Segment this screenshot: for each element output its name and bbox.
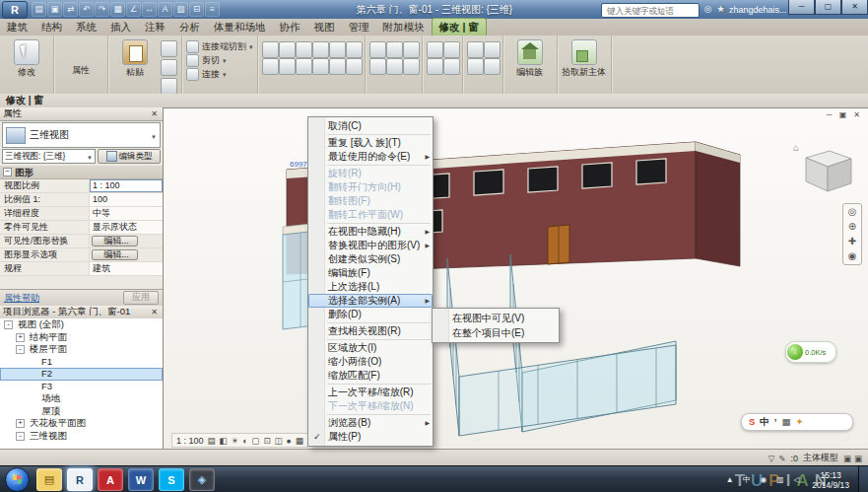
- walkthrough-icon[interactable]: [403, 58, 420, 75]
- show-desktop-button[interactable]: [858, 466, 868, 492]
- drawing-area[interactable]: 6997.5 ─▣✕ ⌂ ◎⊕✚◉ 1 : 100 ▤◧☀◐▢⊡◫●▦: [164, 107, 868, 450]
- word-icon[interactable]: W: [128, 468, 154, 491]
- move-icon[interactable]: [312, 41, 329, 58]
- properties-help-link[interactable]: 属性帮助: [4, 292, 39, 305]
- zoom-icon[interactable]: ⊕: [848, 221, 856, 233]
- hidden-line-icon[interactable]: [386, 41, 403, 58]
- ribbon-tab[interactable]: 附加模块: [376, 19, 432, 35]
- menu-edit-family[interactable]: 编辑族(F): [308, 266, 433, 280]
- menu-zoom-in-region[interactable]: 区域放大(I): [308, 341, 433, 355]
- thin-lines-icon[interactable]: ≡: [205, 2, 220, 17]
- tree-views-root[interactable]: 视图 (全部): [0, 318, 163, 331]
- print-icon[interactable]: ▦: [110, 2, 125, 17]
- delete-icon[interactable]: [346, 58, 363, 75]
- explorer-folder-icon[interactable]: ▤: [36, 468, 62, 491]
- dimension-tool-icon[interactable]: [443, 41, 460, 58]
- geometry-tool[interactable]: 连接端切割: [186, 40, 253, 53]
- pin-icon[interactable]: [329, 58, 346, 75]
- scale-icon[interactable]: [312, 58, 329, 75]
- apply-button[interactable]: 应用: [123, 291, 159, 305]
- instance-selector[interactable]: 三维视图: {三维}: [2, 149, 96, 164]
- menu-repeat-load-family[interactable]: 重复 [载入 族](T): [308, 136, 433, 150]
- geometry-tool[interactable]: 连接: [186, 68, 253, 81]
- ime-toolbox-icon[interactable]: ✦: [795, 414, 803, 430]
- property-value[interactable]: 编辑...: [92, 249, 138, 260]
- trim-icon[interactable]: [262, 58, 279, 75]
- view-close-icon[interactable]: ✕: [851, 110, 862, 119]
- redo-icon[interactable]: ↷: [95, 2, 109, 17]
- menu-override-graphics[interactable]: 替换视图中的图形(V): [308, 239, 433, 252]
- tree-site[interactable]: 场地: [0, 392, 163, 405]
- undo-icon[interactable]: ↶: [79, 2, 94, 17]
- property-value[interactable]: 100: [90, 193, 163, 206]
- text-icon[interactable]: A: [158, 2, 172, 17]
- ribbon-tab[interactable]: 注释: [138, 19, 172, 35]
- ribbon-tab[interactable]: 建筑: [0, 19, 34, 35]
- skype-icon[interactable]: S: [159, 468, 184, 491]
- menu-flip-hand[interactable]: 翻转开门方向(H): [308, 180, 433, 194]
- ribbon-tab[interactable]: 结构: [34, 19, 69, 35]
- measure-icon[interactable]: ∠: [126, 2, 141, 17]
- menu-delete[interactable]: 删除(D): [308, 308, 433, 321]
- design-options-icon[interactable]: ▣: [854, 454, 862, 463]
- home-icon[interactable]: ⌂: [793, 142, 799, 153]
- properties-button[interactable]: 属性: [58, 37, 103, 77]
- render-icon[interactable]: [403, 41, 420, 58]
- menu-recent-commands[interactable]: 最近使用的命令(E): [308, 150, 433, 164]
- submenu-in-entire-project[interactable]: 在整个项目中(E): [433, 325, 559, 340]
- tree-3d-views[interactable]: 三维视图: [0, 430, 163, 443]
- ribbon-tab[interactable]: 系统: [69, 19, 103, 35]
- filter-icon[interactable]: ▽: [768, 454, 775, 463]
- cut-icon[interactable]: [161, 40, 177, 57]
- reveal-hidden-icon[interactable]: ●: [287, 436, 292, 446]
- create-group-icon[interactable]: [467, 41, 484, 58]
- property-value[interactable]: 建筑: [90, 262, 163, 275]
- rotate-icon[interactable]: [346, 41, 363, 58]
- taskbar-clock[interactable]: 15:13 2014/9/13: [812, 470, 849, 490]
- menu-flip-workplane[interactable]: 翻转工作平面(W): [308, 208, 433, 222]
- shadows-icon[interactable]: ◐: [242, 436, 247, 446]
- tree-ceiling-plans[interactable]: 天花板平面图: [0, 417, 163, 430]
- tray-expand-icon[interactable]: ▲: [723, 473, 736, 486]
- property-value[interactable]: 显示原状态: [90, 221, 163, 234]
- ribbon-tab[interactable]: 协作: [273, 19, 307, 35]
- search-scope-icon[interactable]: ◎: [701, 2, 714, 17]
- edit-family-button[interactable]: 编辑族: [507, 37, 553, 79]
- ribbon-tab[interactable]: 体量和场地: [207, 19, 273, 35]
- menu-create-similar[interactable]: 创建类似实例(S): [308, 252, 433, 266]
- menu-previous-pan-zoom[interactable]: 上一次平移/缩放(R): [308, 386, 433, 399]
- info-center-search[interactable]: [601, 3, 700, 18]
- tree-floor-plans[interactable]: 楼层平面: [0, 343, 163, 356]
- volume-icon[interactable]: ◁: [790, 473, 803, 486]
- close-button[interactable]: ✕: [841, 0, 868, 15]
- property-value[interactable]: 1 : 100: [90, 179, 163, 192]
- camera-icon[interactable]: [386, 58, 403, 75]
- view-minimize-icon[interactable]: ─: [824, 110, 835, 119]
- show-crop-icon[interactable]: ⊡: [263, 436, 270, 446]
- split-icon[interactable]: [279, 58, 296, 75]
- user-account-menu[interactable]: zhangdehais...: [727, 5, 789, 15]
- viewcube-widget[interactable]: ⌂: [793, 136, 856, 193]
- temporary-hide-icon[interactable]: ◫: [275, 436, 283, 446]
- tree-structural-plans[interactable]: 结构平面: [0, 331, 163, 344]
- menu-find-related-views[interactable]: 查找相关视图(R): [308, 324, 433, 338]
- steering-wheel-icon[interactable]: ◎: [848, 206, 857, 218]
- ribbon-tab[interactable]: 视图: [307, 19, 342, 35]
- menu-select-all-instances[interactable]: 选择全部实例(A): [308, 294, 433, 308]
- analysis-display-icon[interactable]: ▦: [296, 436, 303, 446]
- ime-tray-icon[interactable]: 中: [740, 473, 753, 486]
- match-type-icon[interactable]: [161, 78, 177, 95]
- property-value[interactable]: 中等: [90, 207, 163, 220]
- orbit-icon[interactable]: ◉: [848, 250, 857, 262]
- copy-tool-icon[interactable]: [329, 41, 346, 58]
- paste-button[interactable]: 粘贴: [112, 37, 158, 79]
- menu-rotate[interactable]: 旋转(R): [308, 167, 433, 180]
- type-selector[interactable]: 三维视图: [2, 122, 161, 148]
- close-icon[interactable]: [149, 109, 160, 118]
- section-icon[interactable]: ⊟: [189, 2, 204, 17]
- worksets-icon[interactable]: ▣: [843, 454, 851, 463]
- view-scale-button[interactable]: 1 : 100: [176, 436, 204, 446]
- ribbon-tab[interactable]: 分析: [172, 19, 207, 35]
- create-similar-icon[interactable]: [484, 58, 501, 75]
- save-icon[interactable]: ▣: [47, 2, 62, 17]
